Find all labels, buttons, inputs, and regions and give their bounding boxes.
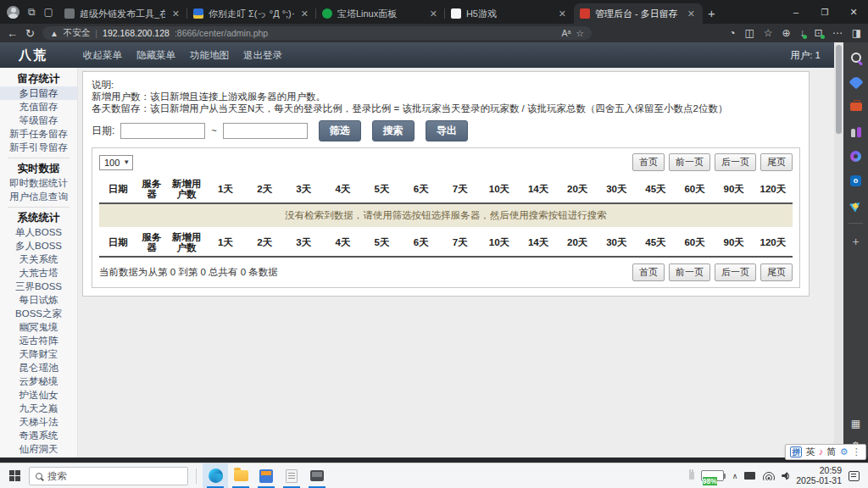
volume-icon[interactable] [782,472,789,480]
ime-settings-icon[interactable]: ⚙ [840,447,849,457]
more-menu-icon[interactable] [832,28,843,38]
sidebar-item-yuangu-fuzhen[interactable]: 远古符阵 [0,334,77,347]
window-close-button[interactable] [839,0,868,24]
sidebar-item-newbie-task-retention[interactable]: 新手任务留存 [0,127,77,141]
tab-admin-active[interactable]: 管理后台 - 多日留存 ✕ [574,3,703,24]
tab-h5-game[interactable]: H5游戏 ✕ [445,3,574,24]
prev-page-button[interactable]: 前一页 [669,153,710,171]
collections-icon[interactable] [782,28,791,38]
first-page-button[interactable]: 首页 [632,263,665,281]
tray-expand-icon[interactable]: ∧ [732,472,738,480]
sidebar-search-icon[interactable] [849,51,863,64]
tab-close-icon[interactable]: ✕ [686,8,697,19]
favorite-star-icon[interactable]: ☆ [576,28,583,38]
text-zoom-icon[interactable]: Aᵃ [562,28,571,38]
tab-bt-panel[interactable]: 宝塔Linux面板 ✕ [316,3,445,24]
sidebar-item-sanjie-boss[interactable]: 三界BOSS [0,280,77,293]
last-page-button[interactable]: 尾页 [760,153,793,171]
prev-page-button[interactable]: 前一页 [669,263,710,281]
profile-avatar[interactable] [7,6,19,19]
taskbar-console-button[interactable] [304,463,330,488]
scrollbar-thumb[interactable] [836,45,842,134]
shopping-icon[interactable] [849,75,863,89]
ime-simplified-icon[interactable]: 简 [826,447,836,457]
sidebar-item-user-query[interactable]: 用户信息查询 [0,190,77,203]
sidebar-item-newbie-guide-retention[interactable]: 新手引导留存 [0,141,77,154]
downloads-icon[interactable] [800,28,805,38]
taskbar-notepad-button[interactable] [279,463,304,488]
tab-close-icon[interactable]: ✕ [170,8,181,19]
menu-function-map[interactable]: 功能地图 [190,49,229,62]
tab-actions-icon[interactable]: ▢ [44,7,53,17]
sidebar-toggle-icon[interactable] [852,28,861,38]
menu-collapse[interactable]: 收起菜单 [83,49,122,62]
sidebar-item-realtime-stats[interactable]: 即时数据统计 [0,176,77,190]
sidebar-item-jiutian[interactable]: 九天之巅 [0,402,77,415]
tab-close-icon[interactable]: ✕ [299,8,310,19]
menu-logout[interactable]: 退出登录 [243,49,282,62]
next-page-button[interactable]: 后一页 [715,153,756,171]
sidebar-item-tianjiang-caibao[interactable]: 天降财宝 [0,347,77,361]
sidebar-item-level-retention[interactable]: 等级留存 [0,114,77,127]
date-start-input[interactable] [120,123,205,139]
tab-close-icon[interactable]: ✕ [428,8,439,19]
drop-icon[interactable] [849,198,863,212]
outlook-icon[interactable]: o [849,174,863,187]
refresh-button[interactable] [25,28,35,39]
menu-hide[interactable]: 隐藏菜单 [136,49,175,62]
last-page-button[interactable]: 尾页 [760,263,793,281]
first-page-button[interactable]: 首页 [632,153,665,171]
workspaces-icon[interactable]: ⧉ [28,7,36,17]
next-page-button[interactable]: 后一页 [715,263,756,281]
split-screen-icon[interactable] [744,28,754,38]
ime-english-icon[interactable]: 英 [805,447,815,457]
tab-chat[interactable]: 你别走叮 Σ(っ °Д °;)っ ✕ [187,3,316,24]
sidebar-item-multi-boss[interactable]: 多人BOSS [0,239,77,252]
sidebar-item-recharge-retention[interactable]: 充值留存 [0,100,77,114]
customize-sidebar-icon[interactable]: ▦ [849,417,863,430]
sidebar-item-solo-boss[interactable]: 单人BOSS [0,225,77,239]
taskbar-edge-button[interactable] [203,463,228,488]
search-button[interactable]: 搜索 [372,120,415,141]
favorites-icon[interactable] [764,28,773,38]
window-minimize-button[interactable] [782,0,810,24]
ime-sound-icon[interactable]: ♪ [819,447,824,457]
back-button[interactable] [7,28,18,39]
sidebar-item-kunlun-yaochi[interactable]: 昆仑瑶池 [0,361,77,374]
sidebar-item-multiday-retention[interactable]: 多日留存 [0,86,77,100]
tab-close-icon[interactable]: ✕ [557,8,568,19]
filter-button[interactable]: 筛选 [319,120,361,141]
window-restore-button[interactable] [810,0,839,24]
sidebar-item-tianti-doufa[interactable]: 天梯斗法 [0,415,77,429]
sidebar-item-dahuang-tower[interactable]: 大荒古塔 [0,266,77,280]
sidebar-item-xianfu[interactable]: 仙府洞天 [0,442,77,456]
sidebar-item-youming[interactable]: 幽冥鬼境 [0,320,77,334]
taskbar-search-box[interactable] [29,467,188,485]
taskbar-clock[interactable]: 20:59 2025-01-31 [796,466,842,485]
new-tab-button[interactable]: + [708,6,715,20]
page-size-select[interactable]: 100 ▼ [99,155,133,170]
taskbar-search-input[interactable] [47,471,166,481]
designer-icon[interactable] [849,149,863,163]
start-button[interactable] [0,463,29,488]
games-icon[interactable] [849,125,863,138]
sidebar-item-boss-home[interactable]: BOSS之家 [0,307,77,320]
sidebar-item-husong-xiannv[interactable]: 护送仙女 [0,388,77,402]
export-button[interactable]: 导出 [426,120,468,141]
sidebar-item-daily-trial[interactable]: 每日试炼 [0,293,77,307]
battery-indicator[interactable]: 98% [701,470,726,481]
ime-pinyin-icon[interactable]: 拼 [790,446,802,458]
sidebar-item-tianguan[interactable]: 天关系统 [0,252,77,266]
tab-seo-tool[interactable]: 超级外链发布工具_在线免费批量 ✕ [58,3,187,24]
notification-center-icon[interactable] [849,471,860,481]
read-aloud-icon[interactable] [729,28,735,38]
add-sidebar-item-icon[interactable]: + [849,235,863,248]
laptop-icon[interactable] [744,472,755,480]
extensions-icon[interactable] [815,28,823,38]
address-bar[interactable]: 不安全 | 192.168.200.128:8666/center/admin.… [42,26,592,40]
taskbar-vm-button[interactable] [253,463,279,488]
sidebar-item-qiyu[interactable]: 奇遇系统 [0,429,77,442]
wifi-icon[interactable] [762,472,775,480]
ime-more-icon[interactable]: ⋮ [852,447,861,457]
taskbar-explorer-button[interactable] [228,463,253,488]
